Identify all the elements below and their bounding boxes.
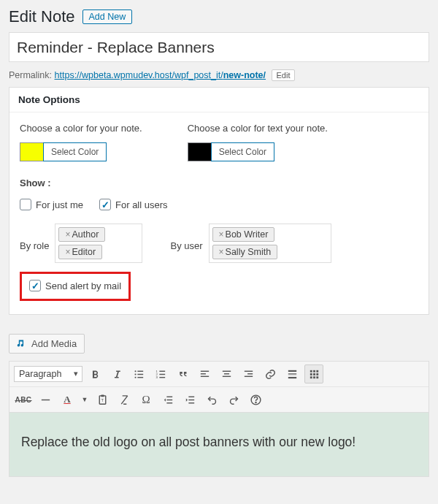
editor-section: Add Media Paragraph 123 ABC A ▼ T Ω: [9, 334, 429, 477]
svg-rect-25: [310, 370, 312, 373]
permalink-row: Permalink: https://wpbeta.wpmudev.host/w…: [9, 69, 429, 81]
bg-color-label: Choose a color for your note.: [20, 123, 142, 134]
checkbox-label: For all users: [115, 199, 168, 210]
page-title: Edit Note: [9, 7, 75, 26]
svg-rect-14: [200, 375, 208, 376]
tag-editor[interactable]: ×Editor: [58, 245, 102, 259]
text-color-button[interactable]: A: [58, 390, 77, 409]
text-color-swatch[interactable]: [188, 142, 211, 161]
svg-rect-3: [137, 370, 143, 371]
edit-slug-button[interactable]: Edit: [272, 69, 296, 81]
outdent-button[interactable]: [158, 390, 177, 409]
checkbox-send-mail[interactable]: Send alert by mail: [29, 280, 121, 291]
svg-rect-19: [247, 373, 253, 374]
svg-rect-12: [200, 370, 208, 371]
tag-bob[interactable]: ×Bob Writer: [212, 227, 275, 242]
clear-format-button[interactable]: [115, 390, 134, 409]
align-left-button[interactable]: [195, 364, 214, 383]
svg-rect-28: [310, 373, 312, 375]
bg-color-button[interactable]: Select Color: [43, 142, 107, 161]
svg-rect-22: [288, 373, 296, 374]
by-user-tagbox[interactable]: ×Bob Writer ×Sally Smith: [209, 224, 331, 263]
checkbox-icon: [99, 199, 111, 210]
svg-rect-16: [223, 373, 228, 374]
svg-rect-4: [137, 374, 143, 375]
svg-rect-13: [200, 373, 205, 374]
numbered-list-button[interactable]: 123: [151, 364, 170, 383]
svg-text:3: 3: [155, 375, 158, 379]
permalink-label: Permalink:: [9, 70, 52, 80]
checkbox-label: Send alert by mail: [45, 280, 121, 291]
checkbox-just-me[interactable]: For just me: [20, 199, 83, 210]
bold-button[interactable]: [85, 364, 104, 383]
svg-point-45: [255, 402, 256, 402]
svg-rect-32: [313, 376, 315, 378]
toolbar-toggle-button[interactable]: [304, 364, 323, 383]
svg-point-0: [134, 370, 136, 372]
align-right-button[interactable]: [239, 364, 258, 383]
svg-rect-15: [222, 370, 230, 371]
checkbox-icon: [29, 280, 41, 291]
link-button[interactable]: [261, 364, 280, 383]
svg-rect-21: [288, 370, 296, 372]
svg-rect-41: [188, 396, 194, 397]
show-label: Show :: [20, 177, 418, 188]
permalink-url[interactable]: https://wpbeta.wpmudev.host/wpf_post_it/…: [55, 70, 266, 80]
svg-rect-39: [166, 400, 172, 400]
by-user-label: By user: [170, 236, 202, 251]
text-color-label: Choose a color for text your note.: [188, 123, 328, 134]
quote-button[interactable]: [173, 364, 192, 383]
send-mail-highlight: Send alert by mail: [20, 272, 131, 301]
remove-icon: ×: [219, 229, 224, 240]
bullet-list-button[interactable]: [129, 364, 148, 383]
italic-button[interactable]: [107, 364, 126, 383]
svg-rect-38: [166, 396, 172, 397]
svg-rect-26: [313, 370, 315, 373]
text-color-chevron[interactable]: ▼: [80, 390, 90, 409]
undo-button[interactable]: [202, 390, 221, 409]
svg-rect-42: [188, 400, 194, 400]
redo-button[interactable]: [224, 390, 243, 409]
tag-sally[interactable]: ×Sally Smith: [212, 245, 278, 259]
by-role-label: By role: [20, 236, 49, 251]
svg-rect-33: [316, 376, 318, 378]
svg-rect-24: [288, 377, 296, 378]
svg-point-1: [134, 373, 136, 375]
svg-rect-9: [159, 370, 165, 371]
indent-button[interactable]: [180, 390, 199, 409]
tag-author[interactable]: ×Author: [58, 227, 105, 242]
svg-rect-10: [159, 374, 165, 375]
editor-content[interactable]: Replace the old logo on all post banners…: [9, 413, 429, 477]
special-char-button[interactable]: Ω: [137, 390, 155, 409]
text-color-button[interactable]: Select Color: [211, 142, 274, 161]
note-options-panel: Note Options Choose a color for your not…: [9, 87, 429, 315]
svg-text:T: T: [101, 398, 104, 402]
by-role-tagbox[interactable]: ×Author ×Editor: [55, 224, 142, 263]
svg-rect-29: [313, 373, 315, 375]
svg-rect-17: [222, 375, 230, 376]
svg-rect-18: [244, 370, 252, 371]
svg-rect-40: [166, 402, 172, 403]
add-media-button[interactable]: Add Media: [9, 334, 85, 354]
bg-color-swatch[interactable]: [20, 142, 43, 161]
note-title-input[interactable]: [9, 32, 429, 62]
svg-rect-31: [310, 376, 312, 378]
svg-rect-11: [159, 377, 165, 378]
svg-rect-5: [137, 377, 143, 378]
strikethrough-button[interactable]: ABC: [14, 390, 33, 409]
paragraph-select[interactable]: Paragraph: [14, 366, 82, 382]
add-new-button[interactable]: Add New: [82, 9, 133, 24]
svg-rect-43: [188, 402, 194, 403]
hr-button[interactable]: [36, 390, 55, 409]
paste-text-button[interactable]: T: [93, 390, 112, 409]
checkbox-label: For just me: [36, 199, 83, 210]
remove-icon: ×: [65, 229, 70, 240]
svg-rect-30: [316, 373, 318, 375]
align-center-button[interactable]: [217, 364, 236, 383]
help-button[interactable]: [246, 390, 265, 409]
editor-toolbar: Paragraph 123 ABC A ▼ T Ω: [9, 361, 429, 413]
svg-point-2: [134, 376, 136, 378]
read-more-button[interactable]: [283, 364, 301, 383]
checkbox-all-users[interactable]: For all users: [99, 199, 168, 210]
svg-rect-20: [244, 375, 252, 376]
